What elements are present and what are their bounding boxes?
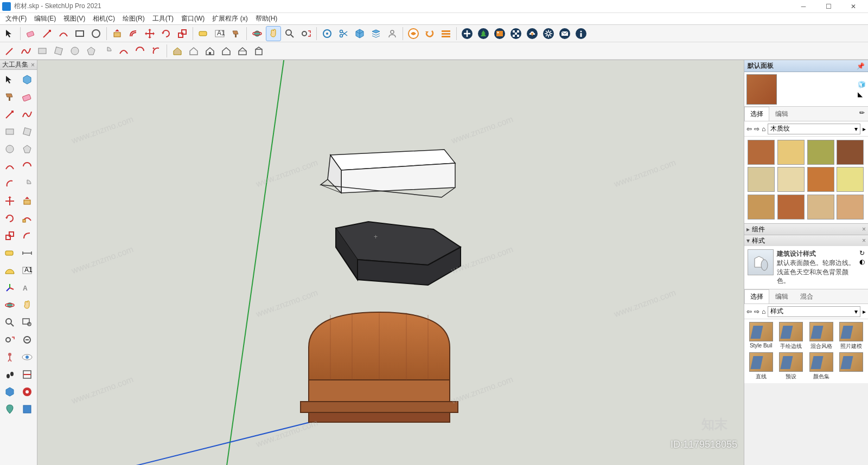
select-tool[interactable]: [2, 26, 17, 41]
material-swatch-4[interactable]: [748, 167, 775, 192]
line-tool[interactable]: [40, 26, 55, 41]
mat-tab-edit[interactable]: 编辑: [769, 107, 794, 121]
menu-window[interactable]: 窗口(W): [178, 13, 208, 24]
lt-offset[interactable]: [19, 228, 35, 244]
house-save-icon[interactable]: [202, 43, 218, 59]
material-swatch-5[interactable]: [777, 167, 805, 192]
rectangle-tool[interactable]: [72, 26, 87, 41]
lt-followme[interactable]: [19, 210, 35, 227]
menu-extensions[interactable]: 扩展程序 (x): [209, 13, 251, 24]
material-swatch-9[interactable]: [777, 195, 805, 219]
menu-tools[interactable]: 工具(T): [149, 13, 177, 24]
pan-tool[interactable]: [266, 26, 281, 41]
nav-fwd-icon[interactable]: ⇨: [754, 308, 760, 315]
plugin-undo-icon[interactable]: [422, 26, 437, 41]
ext-scissors-icon[interactable]: [336, 26, 351, 41]
lt-walk[interactable]: [2, 366, 18, 383]
menu-help[interactable]: 帮助(H): [252, 13, 281, 24]
toolset-close-icon[interactable]: ×: [31, 61, 35, 69]
zoom-extents-tool[interactable]: [298, 26, 314, 41]
nav-menu-icon[interactable]: ▸: [863, 308, 866, 315]
lt-tape[interactable]: [2, 245, 18, 261]
lt-position-camera[interactable]: [2, 349, 18, 365]
menu-draw[interactable]: 绘图(R): [119, 13, 148, 24]
material-swatch-7[interactable]: [837, 167, 864, 192]
nav-menu-icon[interactable]: ▸: [863, 125, 866, 133]
style-update-icon[interactable]: ↻: [859, 249, 865, 257]
eyedropper-icon[interactable]: ✏: [856, 107, 868, 121]
plugin-add-icon[interactable]: [459, 26, 475, 41]
arc-2pt-icon[interactable]: [116, 43, 131, 59]
plugin-settings-icon[interactable]: [541, 26, 556, 41]
lt-3dtext[interactable]: A: [19, 280, 35, 296]
close-button[interactable]: ✕: [841, 0, 866, 13]
curve-icon[interactable]: [18, 43, 34, 59]
styles-header[interactable]: ▾ 样式 ×: [744, 235, 868, 246]
style-item-7[interactable]: [838, 352, 866, 380]
lt-freehand[interactable]: [19, 106, 35, 122]
material-category-select[interactable]: 木质纹 ▾: [768, 124, 860, 134]
lt-zoom-extents[interactable]: [2, 332, 18, 348]
house-alt1-icon[interactable]: [219, 43, 234, 59]
style-item-6[interactable]: 颜色集: [807, 352, 835, 380]
lt-arc2[interactable]: [19, 158, 35, 175]
style-item-3[interactable]: 照片建模: [838, 322, 866, 350]
style-category-select[interactable]: 样式 ▾: [768, 306, 860, 317]
nav-back-icon[interactable]: ⇦: [746, 125, 752, 133]
lt-text[interactable]: A1: [19, 262, 35, 279]
pushpull-tool[interactable]: [110, 26, 125, 41]
plugin-menu-icon[interactable]: [438, 26, 454, 41]
tray-header[interactable]: 默认面板 📌: [744, 60, 868, 72]
current-material-swatch[interactable]: [746, 74, 777, 105]
lt-pan[interactable]: [19, 297, 35, 313]
freehand-line-icon[interactable]: [2, 43, 17, 59]
style-item-0[interactable]: Style Buil: [747, 322, 775, 350]
tray-pin-icon[interactable]: 📌: [857, 62, 865, 70]
menu-edit[interactable]: 编辑(E): [31, 13, 59, 24]
plugin-image-icon[interactable]: [492, 26, 507, 41]
circle-tool[interactable]: [88, 26, 104, 41]
maximize-button[interactable]: ☐: [816, 0, 841, 13]
style-item-4[interactable]: 直线: [747, 352, 775, 380]
section-close-icon[interactable]: ×: [862, 237, 866, 244]
lt-line[interactable]: [2, 106, 18, 122]
nav-home-icon[interactable]: ⌂: [762, 308, 765, 315]
menu-camera[interactable]: 相机(C): [90, 13, 118, 24]
lt-scale[interactable]: [2, 228, 18, 244]
material-swatch-11[interactable]: [837, 195, 864, 219]
lt-component[interactable]: [19, 72, 35, 88]
plugin-mail-icon[interactable]: [557, 26, 572, 41]
lt-select[interactable]: [2, 72, 18, 88]
style-item-5[interactable]: 预设: [777, 352, 806, 380]
lt-axes[interactable]: [2, 280, 18, 296]
lt-rotate[interactable]: [2, 210, 18, 227]
lt-circle[interactable]: [2, 141, 18, 157]
material-swatch-10[interactable]: [807, 195, 834, 219]
menu-file[interactable]: 文件(F): [2, 13, 30, 24]
lt-paint[interactable]: [2, 89, 18, 105]
lt-zoom-window[interactable]: [19, 314, 35, 331]
lt-move[interactable]: [2, 193, 18, 209]
paint-tool[interactable]: [228, 26, 244, 41]
move-tool[interactable]: [142, 26, 157, 41]
section-close-icon[interactable]: ×: [862, 225, 866, 233]
shape-circle-icon[interactable]: [67, 43, 82, 59]
style-new-icon[interactable]: ◐: [859, 258, 865, 266]
shape-pie-icon[interactable]: [100, 43, 115, 59]
lt-eraser[interactable]: [19, 89, 35, 105]
viewport[interactable]: + www.znzmo.com www.znzmo.com www.znzmo.…: [37, 60, 744, 465]
lt-pie[interactable]: [19, 176, 35, 192]
lt-dimension[interactable]: [19, 245, 35, 261]
style-item-2[interactable]: 混合风格: [807, 322, 835, 350]
lt-polygon[interactable]: [19, 141, 35, 157]
lt-location[interactable]: [2, 401, 18, 417]
zoom-tool[interactable]: [282, 26, 297, 41]
offset-tool[interactable]: [126, 26, 141, 41]
plugin-checker-icon[interactable]: [508, 26, 524, 41]
rotate-tool[interactable]: [158, 26, 174, 41]
material-default-icon[interactable]: ◣: [858, 91, 866, 98]
plugin-tree-icon[interactable]: [476, 26, 491, 41]
plugin-enscape-icon[interactable]: [406, 26, 421, 41]
plugin-info-icon[interactable]: [573, 26, 589, 41]
lt-warehouse[interactable]: [2, 384, 18, 400]
